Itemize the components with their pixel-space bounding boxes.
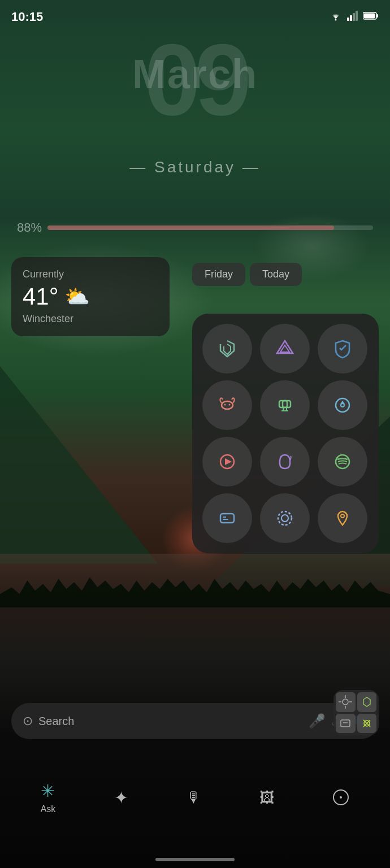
wifi-icon	[329, 11, 343, 23]
svg-point-21	[278, 511, 292, 525]
svg-point-24	[343, 699, 348, 705]
dock-image[interactable]: 🖼	[259, 789, 274, 806]
dock-mic[interactable]: 🎙	[187, 789, 201, 806]
weather-tab-today[interactable]: Today	[250, 263, 302, 286]
app-aegis[interactable]	[202, 324, 252, 374]
app-bitwarden[interactable]	[318, 324, 367, 374]
weather-temp: 41° ⛅	[23, 283, 158, 310]
mini-app-1[interactable]	[336, 692, 356, 712]
app-remote[interactable]	[318, 380, 367, 430]
mic-dock-icon: 🎙	[187, 789, 201, 806]
battery-bar-widget: 88%	[17, 220, 373, 235]
app-mastodon[interactable]	[260, 437, 310, 487]
weather-tabs: Friday Today	[192, 263, 302, 286]
bottom-bar: ✳ Ask ✦ 🎙 🖼	[0, 761, 390, 834]
status-bar: 10:15	[0, 0, 390, 34]
status-icons	[329, 11, 379, 23]
mountain-left	[0, 366, 158, 564]
mini-app-3[interactable]	[336, 714, 356, 734]
battery-percent: 88%	[17, 220, 42, 235]
dock-perplexity[interactable]: ✳ Ask	[41, 781, 56, 814]
perplexity-icon: ✳	[41, 781, 55, 801]
svg-rect-20	[220, 514, 234, 523]
svg-point-19	[336, 455, 349, 468]
app-lemur[interactable]	[202, 380, 252, 430]
app-beeper[interactable]	[260, 493, 310, 543]
battery-bar-fill	[47, 225, 334, 230]
mini-apps-cluster[interactable]	[333, 690, 379, 735]
search-placeholder[interactable]: Search	[38, 715, 303, 728]
svg-point-23	[341, 514, 344, 518]
app-speeko[interactable]	[260, 380, 310, 430]
battery-icon	[363, 11, 379, 23]
status-time: 10:15	[11, 10, 43, 24]
svg-point-15	[336, 398, 349, 412]
weather-cloud-icon: ⛅	[64, 285, 90, 309]
weather-tab-friday[interactable]: Friday	[192, 263, 245, 286]
mini-app-4[interactable]	[357, 714, 377, 734]
svg-rect-4	[356, 11, 358, 21]
svg-point-11	[224, 404, 226, 406]
app-maps[interactable]	[318, 493, 367, 543]
app-spotifymod[interactable]	[318, 437, 367, 487]
battery-bar-track	[47, 225, 373, 230]
search-google-icon: ⊙	[23, 714, 33, 728]
svg-point-10	[222, 401, 233, 409]
signal-icon	[347, 11, 358, 23]
svg-rect-6	[364, 14, 375, 19]
svg-point-12	[229, 404, 231, 406]
date-widget: 09 March — Saturday —	[0, 34, 390, 176]
svg-marker-18	[225, 458, 232, 465]
star-icon: ✦	[114, 788, 128, 808]
dock-compass[interactable]	[332, 789, 349, 806]
svg-point-32	[340, 796, 342, 798]
app-infuse[interactable]	[260, 324, 310, 374]
compass-icon	[332, 789, 349, 806]
svg-point-16	[341, 403, 344, 407]
svg-rect-29	[341, 720, 350, 727]
weather-widget[interactable]: Currently 41° ⛅ Winchester	[11, 257, 170, 336]
svg-rect-2	[350, 15, 352, 21]
svg-marker-8	[277, 341, 293, 353]
search-bar[interactable]: ⊙ Search 🎤 🎩 🐦	[11, 703, 379, 739]
app-speek[interactable]	[202, 493, 252, 543]
svg-point-22	[281, 515, 288, 522]
app-grid-popup	[192, 314, 379, 553]
svg-rect-3	[353, 13, 355, 21]
image-icon: 🖼	[259, 789, 274, 806]
weather-location: Winchester	[23, 313, 158, 325]
dock-star[interactable]: ✦	[114, 788, 128, 808]
svg-point-0	[335, 19, 337, 21]
svg-rect-1	[347, 18, 349, 21]
mini-app-2[interactable]	[357, 692, 377, 712]
weather-label: Currently	[23, 268, 158, 280]
mic-icon[interactable]: 🎤	[309, 713, 326, 729]
app-revanced[interactable]	[202, 437, 252, 487]
home-indicator	[155, 858, 235, 861]
date-month: March	[132, 51, 258, 97]
perplexity-label: Ask	[41, 804, 56, 814]
svg-rect-7	[376, 14, 378, 18]
